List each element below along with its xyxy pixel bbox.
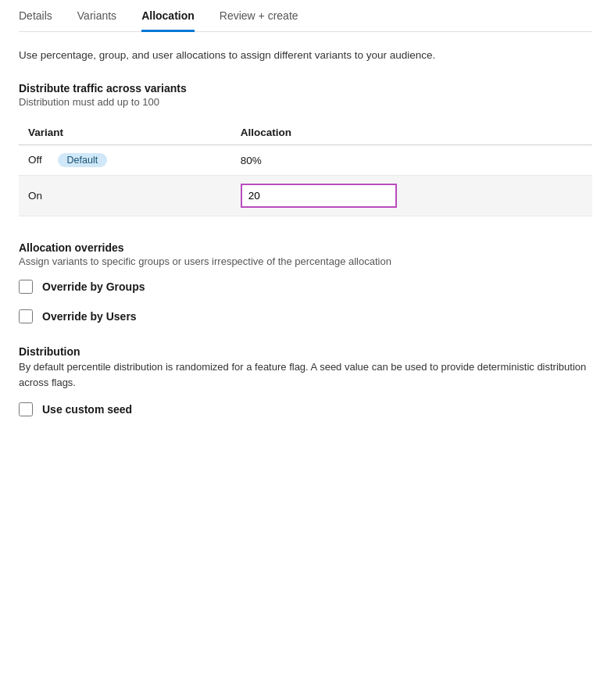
table-row: On	[19, 176, 592, 216]
override-groups-checkbox[interactable]	[19, 280, 33, 294]
override-users-item: Override by Users	[19, 309, 592, 323]
traffic-section-subtitle: Distribution must add up to 100	[19, 96, 592, 108]
column-header-variant: Variant	[19, 120, 231, 145]
column-header-allocation: Allocation	[231, 120, 592, 145]
allocation-table: Variant Allocation Off Default 80% On	[19, 120, 592, 216]
traffic-section: Distribute traffic across variants Distr…	[19, 82, 592, 216]
allocation-on-cell	[231, 176, 592, 216]
custom-seed-checkbox[interactable]	[19, 402, 33, 416]
override-users-label: Override by Users	[42, 310, 137, 323]
page-description: Use percentage, group, and user allocati…	[19, 48, 592, 63]
traffic-section-title: Distribute traffic across variants	[19, 82, 592, 95]
custom-seed-item: Use custom seed	[19, 402, 592, 416]
variant-off: Off Default	[19, 145, 231, 176]
variant-on: On	[19, 176, 231, 216]
tab-variants[interactable]: Variants	[77, 9, 116, 32]
override-groups-label: Override by Groups	[42, 280, 145, 293]
tab-bar: Details Variants Allocation Review + cre…	[19, 0, 592, 32]
tab-allocation[interactable]: Allocation	[141, 9, 195, 32]
overrides-section: Allocation overrides Assign variants to …	[19, 241, 592, 323]
default-badge: Default	[58, 153, 108, 167]
distribution-section: Distribution By default percentile distr…	[19, 345, 592, 416]
tab-review-create[interactable]: Review + create	[220, 9, 298, 32]
distribution-title: Distribution	[19, 345, 592, 358]
override-groups-item: Override by Groups	[19, 280, 592, 294]
table-row: Off Default 80%	[19, 145, 592, 176]
overrides-title: Allocation overrides	[19, 241, 592, 254]
allocation-off: 80%	[231, 145, 592, 176]
tab-details[interactable]: Details	[19, 9, 52, 32]
distribution-description: By default percentile distribution is ra…	[19, 359, 592, 390]
overrides-subtitle: Assign variants to specific groups or us…	[19, 255, 592, 267]
override-users-checkbox[interactable]	[19, 309, 33, 323]
custom-seed-label: Use custom seed	[42, 403, 132, 416]
allocation-on-input[interactable]	[241, 184, 397, 208]
